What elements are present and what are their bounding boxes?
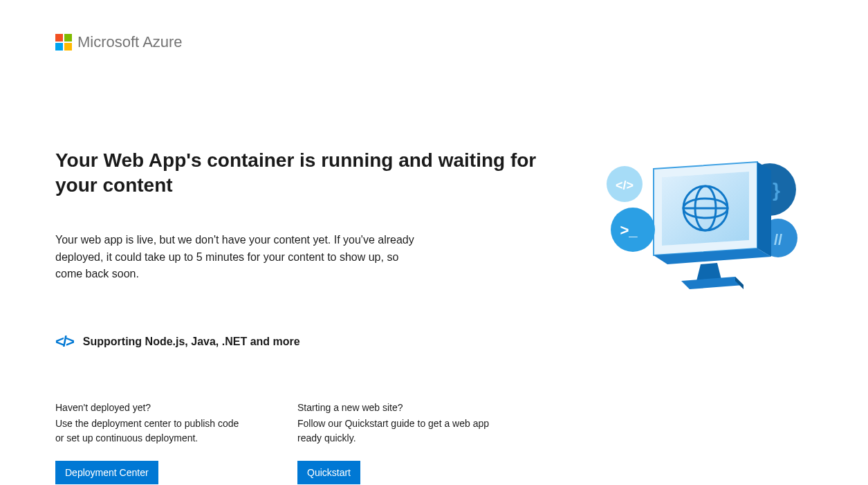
deployment-center-button[interactable]: Deployment Center	[55, 461, 158, 484]
page-description: Your web app is live, but we don't have …	[55, 232, 422, 283]
svg-text://: //	[774, 231, 782, 248]
supporting-text: Supporting Node.js, Java, .NET and more	[83, 336, 300, 348]
brand-name: Microsoft Azure	[77, 33, 183, 51]
cta-quickstart-heading: Starting a new web site?	[297, 401, 491, 415]
hero-illustration: { } //	[598, 141, 813, 307]
page-headline: Your Web App's container is running and …	[55, 148, 539, 199]
supporting-row: </> Supporting Node.js, Java, .NET and m…	[55, 333, 553, 351]
svg-text:>_: >_	[620, 221, 638, 239]
cta-quickstart-sub: Follow our Quickstart guide to get a web…	[297, 417, 491, 446]
svg-marker-5	[757, 162, 771, 257]
svg-marker-14	[681, 277, 744, 289]
quickstart-button[interactable]: Quickstart	[297, 461, 360, 484]
code-icon: </>	[55, 333, 73, 351]
cta-deploy: Haven't deployed yet? Use the deployment…	[55, 401, 249, 484]
cta-deploy-sub: Use the deployment center to publish cod…	[55, 417, 249, 446]
svg-text:</>: </>	[616, 179, 634, 192]
brand-header: Microsoft Azure	[55, 33, 813, 51]
cta-quickstart: Starting a new web site? Follow our Quic…	[297, 401, 491, 484]
cta-deploy-heading: Haven't deployed yet?	[55, 401, 249, 415]
microsoft-logo-icon	[55, 34, 72, 51]
